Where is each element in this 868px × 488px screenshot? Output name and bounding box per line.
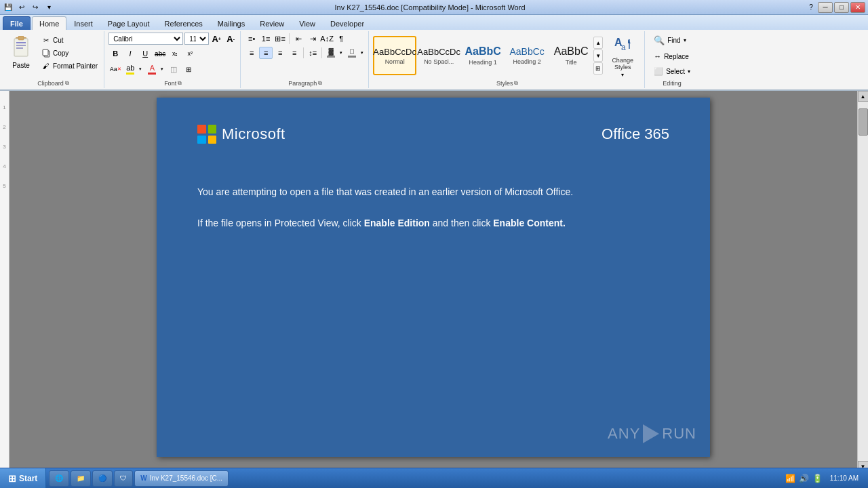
clipboard-small-buttons: ✂ Cut Copy 🖌 Format Painter <box>38 34 101 72</box>
font-color-dropdown[interactable]: ▾ <box>159 63 165 75</box>
style-no-spacing[interactable]: AaBbCcDc No Spaci... <box>417 36 460 75</box>
text-highlight-button[interactable]: ab <box>123 62 137 76</box>
restore-button[interactable]: □ <box>834 2 849 13</box>
style-heading2[interactable]: AaBbCc Heading 2 <box>505 36 549 75</box>
ie-icon: 🌐 <box>55 474 63 482</box>
clipboard-expand-icon[interactable]: ⧉ <box>65 80 69 87</box>
qat-more-icon[interactable]: ▾ <box>43 2 54 13</box>
tray-volume-icon[interactable]: 🔊 <box>799 473 810 484</box>
paragraph-shading-button[interactable]: ▓ <box>324 46 338 59</box>
taskbar: ⊞ Start 🌐 📁 🔵 🛡 W Inv K27_15546.doc [C..… <box>0 468 868 488</box>
redo-qat-icon[interactable]: ↪ <box>30 2 41 13</box>
tab-developer[interactable]: Developer <box>323 16 372 30</box>
underline-button[interactable]: U <box>138 47 152 60</box>
align-right-button[interactable]: ≡ <box>273 47 287 59</box>
document-page: Microsoft Office 365 You are attempting … <box>157 98 710 457</box>
tray-network-icon[interactable]: 📶 <box>785 473 796 484</box>
copy-button[interactable]: Copy <box>38 47 101 59</box>
doc-enable-content: Enable Content. <box>493 218 566 228</box>
styles-scroll-down[interactable]: ▼ <box>593 49 603 62</box>
show-hide-button[interactable]: ¶ <box>334 33 348 45</box>
multilevel-list-button[interactable]: ⊞≡ <box>273 33 287 45</box>
anyrun-run-text: RUN <box>662 425 696 443</box>
numbering-button[interactable]: 1≡ <box>259 33 273 45</box>
sort-button[interactable]: A↕Z <box>320 33 334 45</box>
align-center-button[interactable]: ≡ <box>259 47 273 59</box>
select-dropdown[interactable]: ▾ <box>688 68 690 75</box>
taskbar-item-antivirus[interactable]: 🛡 <box>114 470 133 487</box>
undo-qat-icon[interactable]: ↩ <box>16 2 27 13</box>
increase-font-size-button[interactable]: A+ <box>210 33 223 45</box>
scroll-up-button[interactable]: ▲ <box>858 91 869 102</box>
align-left-button[interactable]: ≡ <box>245 47 258 59</box>
taskbar-item-ie[interactable]: 🌐 <box>49 470 69 487</box>
paragraph-expand-icon[interactable]: ⧉ <box>318 80 322 87</box>
italic-button[interactable]: I <box>123 47 137 60</box>
minimize-button[interactable]: ─ <box>818 2 833 13</box>
shading-dropdown[interactable]: ▾ <box>338 47 344 59</box>
clear-formatting-button[interactable]: Aa✕ <box>108 63 122 75</box>
style-normal[interactable]: AaBbCcDc Normal <box>373 36 416 75</box>
tab-page-layout[interactable]: Page Layout <box>100 16 157 30</box>
paste-label: Paste <box>12 62 30 69</box>
border-dropdown[interactable]: ▾ <box>359 47 366 59</box>
styles-scroll-up[interactable]: ▲ <box>593 37 603 49</box>
superscript-button[interactable]: x² <box>183 47 197 60</box>
format-painter-button[interactable]: 🖌 Format Painter <box>38 60 101 72</box>
style-heading1[interactable]: AaBbC Heading 1 <box>461 36 505 75</box>
strikethrough-button[interactable]: abc <box>153 47 167 60</box>
document-scroll-area[interactable]: Microsoft Office 365 You are attempting … <box>9 91 857 472</box>
document-body: You are attempting to open a file that w… <box>197 184 669 247</box>
decrease-font-size-button[interactable]: A- <box>224 33 237 45</box>
decrease-indent-button[interactable]: ⇤ <box>292 33 305 45</box>
change-styles-button[interactable]: A a ChangeStyles ▾ <box>604 36 642 75</box>
find-dropdown[interactable]: ▾ <box>684 37 686 43</box>
save-qat-icon[interactable]: 💾 <box>3 2 14 13</box>
select-button[interactable]: ⬜ Select ▾ <box>649 64 695 79</box>
font-color-button[interactable]: A <box>145 62 159 76</box>
tab-insert[interactable]: Insert <box>66 16 100 30</box>
tab-references[interactable]: References <box>157 16 210 30</box>
justify-button[interactable]: ≡ <box>288 47 301 59</box>
tab-file[interactable]: File <box>3 16 31 30</box>
tab-mailings[interactable]: Mailings <box>210 16 252 30</box>
format-painter-label: Format Painter <box>53 62 98 70</box>
font-name-select[interactable]: Calibri <box>108 33 183 45</box>
scroll-thumb[interactable] <box>859 108 868 136</box>
taskbar-item-word[interactable]: W Inv K27_15546.doc [C... <box>134 470 229 487</box>
subscript-button[interactable]: x₂ <box>168 47 182 60</box>
cut-button[interactable]: ✂ Cut <box>38 34 101 46</box>
font-expand-icon[interactable]: ⧉ <box>178 80 182 87</box>
styles-more[interactable]: ⊞ <box>593 62 603 75</box>
styles-scroll-arrows: ▲ ▼ ⊞ <box>593 37 603 75</box>
start-button[interactable]: ⊞ Start <box>0 468 46 489</box>
help-icon[interactable]: ? <box>806 2 816 13</box>
increase-indent-button[interactable]: ⇥ <box>306 33 319 45</box>
bullets-button[interactable]: ≡• <box>245 33 258 45</box>
taskbar-item-explorer[interactable]: 📁 <box>71 470 91 487</box>
line-spacing-button[interactable]: ↕≡ <box>306 47 319 59</box>
tray-battery-icon[interactable]: 🔋 <box>812 473 823 484</box>
font-size-select[interactable]: 11 <box>184 33 209 45</box>
highlight-color-dropdown[interactable]: ▾ <box>137 63 144 75</box>
tab-review[interactable]: Review <box>252 16 292 30</box>
ms-grid-cell-green <box>208 125 217 134</box>
scissors-icon: ✂ <box>41 35 51 45</box>
paste-button[interactable]: Paste <box>5 33 37 72</box>
bold-button[interactable]: B <box>108 47 122 60</box>
shading-button[interactable]: ◫ <box>167 63 180 75</box>
scroll-track[interactable] <box>858 102 868 461</box>
paragraph-border-button[interactable]: □ <box>345 46 359 59</box>
style-title[interactable]: AaBbC Title <box>549 36 593 75</box>
replace-button[interactable]: ↔ Replace <box>649 49 694 63</box>
borders-button[interactable]: ⊞ <box>182 63 195 75</box>
styles-expand-icon[interactable]: ⧉ <box>514 80 518 87</box>
taskbar-item-chrome[interactable]: 🔵 <box>92 470 113 487</box>
copy-label: Copy <box>53 49 68 57</box>
format-painter-icon: 🖌 <box>41 61 51 70</box>
close-button[interactable]: ✕ <box>850 2 865 13</box>
tab-view[interactable]: View <box>292 16 323 30</box>
tab-home[interactable]: Home <box>32 16 66 30</box>
ribbon: Paste ✂ Cut Copy 🖌 Format Painter <box>0 30 868 91</box>
find-button[interactable]: 🔍 Find ▾ <box>649 33 690 48</box>
